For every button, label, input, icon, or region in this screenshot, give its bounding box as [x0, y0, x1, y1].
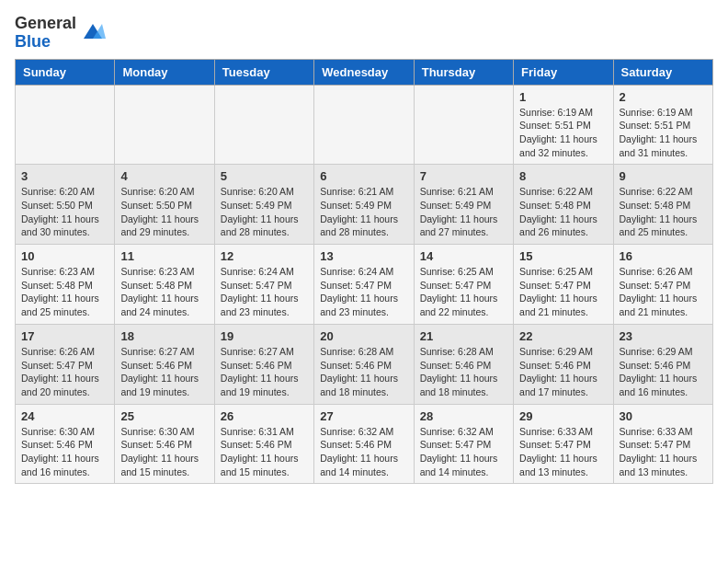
cell-info: Sunrise: 6:20 AM Sunset: 5:49 PM Dayligh… — [221, 185, 308, 239]
day-number: 1 — [519, 90, 607, 104]
calendar-table: SundayMondayTuesdayWednesdayThursdayFrid… — [15, 59, 713, 485]
table-cell: 26Sunrise: 6:31 AM Sunset: 5:46 PM Dayli… — [214, 404, 313, 484]
logo-text: General Blue — [15, 15, 76, 52]
cell-info: Sunrise: 6:29 AM Sunset: 5:46 PM Dayligh… — [519, 345, 607, 399]
header-wednesday: Wednesday — [314, 59, 414, 85]
cell-info: Sunrise: 6:24 AM Sunset: 5:47 PM Dayligh… — [320, 265, 407, 319]
header-saturday: Saturday — [613, 59, 712, 85]
day-number: 11 — [120, 249, 208, 263]
day-number: 13 — [320, 249, 407, 263]
cell-info: Sunrise: 6:24 AM Sunset: 5:47 PM Dayligh… — [221, 265, 308, 319]
day-number: 6 — [320, 169, 407, 183]
week-row-4: 17Sunrise: 6:26 AM Sunset: 5:47 PM Dayli… — [16, 324, 713, 404]
day-number: 14 — [420, 249, 507, 263]
header-monday: Monday — [115, 59, 214, 85]
table-cell: 28Sunrise: 6:32 AM Sunset: 5:47 PM Dayli… — [414, 404, 513, 484]
cell-info: Sunrise: 6:30 AM Sunset: 5:46 PM Dayligh… — [21, 425, 108, 479]
table-cell — [314, 85, 414, 165]
day-number: 5 — [221, 169, 308, 183]
page-header: General Blue — [15, 15, 713, 52]
day-number: 12 — [221, 249, 308, 263]
day-number: 23 — [620, 329, 707, 343]
cell-info: Sunrise: 6:32 AM Sunset: 5:47 PM Dayligh… — [420, 425, 507, 479]
week-row-5: 24Sunrise: 6:30 AM Sunset: 5:46 PM Dayli… — [16, 404, 713, 484]
cell-info: Sunrise: 6:28 AM Sunset: 5:46 PM Dayligh… — [420, 345, 507, 399]
day-number: 26 — [221, 409, 308, 423]
table-cell: 23Sunrise: 6:29 AM Sunset: 5:46 PM Dayli… — [613, 324, 712, 404]
cell-info: Sunrise: 6:19 AM Sunset: 5:51 PM Dayligh… — [519, 106, 607, 160]
table-cell: 11Sunrise: 6:23 AM Sunset: 5:48 PM Dayli… — [115, 245, 214, 325]
day-number: 17 — [21, 329, 108, 343]
table-cell: 5Sunrise: 6:20 AM Sunset: 5:49 PM Daylig… — [214, 165, 313, 245]
table-cell: 27Sunrise: 6:32 AM Sunset: 5:46 PM Dayli… — [314, 404, 414, 484]
day-number: 20 — [320, 329, 407, 343]
logo-icon — [80, 22, 106, 46]
table-cell: 4Sunrise: 6:20 AM Sunset: 5:50 PM Daylig… — [115, 165, 214, 245]
table-cell: 15Sunrise: 6:25 AM Sunset: 5:47 PM Dayli… — [514, 245, 613, 325]
day-number: 19 — [221, 329, 308, 343]
cell-info: Sunrise: 6:31 AM Sunset: 5:46 PM Dayligh… — [221, 425, 308, 479]
day-number: 3 — [21, 169, 108, 183]
cell-info: Sunrise: 6:23 AM Sunset: 5:48 PM Dayligh… — [21, 265, 108, 319]
cell-info: Sunrise: 6:20 AM Sunset: 5:50 PM Dayligh… — [21, 185, 108, 239]
table-cell: 24Sunrise: 6:30 AM Sunset: 5:46 PM Dayli… — [16, 404, 115, 484]
logo: General Blue — [15, 15, 106, 52]
day-number: 8 — [519, 169, 607, 183]
cell-info: Sunrise: 6:27 AM Sunset: 5:46 PM Dayligh… — [120, 345, 208, 399]
table-cell: 9Sunrise: 6:22 AM Sunset: 5:48 PM Daylig… — [613, 165, 712, 245]
cell-info: Sunrise: 6:23 AM Sunset: 5:48 PM Dayligh… — [120, 265, 208, 319]
table-cell: 6Sunrise: 6:21 AM Sunset: 5:49 PM Daylig… — [314, 165, 414, 245]
week-row-1: 1Sunrise: 6:19 AM Sunset: 5:51 PM Daylig… — [16, 85, 713, 165]
day-number: 15 — [519, 249, 607, 263]
cell-info: Sunrise: 6:19 AM Sunset: 5:51 PM Dayligh… — [620, 106, 707, 160]
table-cell: 1Sunrise: 6:19 AM Sunset: 5:51 PM Daylig… — [514, 85, 613, 165]
cell-info: Sunrise: 6:26 AM Sunset: 5:47 PM Dayligh… — [620, 265, 707, 319]
table-cell: 10Sunrise: 6:23 AM Sunset: 5:48 PM Dayli… — [16, 245, 115, 325]
day-number: 29 — [519, 409, 607, 423]
cell-info: Sunrise: 6:20 AM Sunset: 5:50 PM Dayligh… — [120, 185, 208, 239]
header-friday: Friday — [514, 59, 613, 85]
table-cell: 30Sunrise: 6:33 AM Sunset: 5:47 PM Dayli… — [613, 404, 712, 484]
header-tuesday: Tuesday — [214, 59, 313, 85]
table-cell: 22Sunrise: 6:29 AM Sunset: 5:46 PM Dayli… — [514, 324, 613, 404]
cell-info: Sunrise: 6:26 AM Sunset: 5:47 PM Dayligh… — [21, 345, 108, 399]
week-row-2: 3Sunrise: 6:20 AM Sunset: 5:50 PM Daylig… — [16, 165, 713, 245]
table-cell: 3Sunrise: 6:20 AM Sunset: 5:50 PM Daylig… — [16, 165, 115, 245]
week-row-3: 10Sunrise: 6:23 AM Sunset: 5:48 PM Dayli… — [16, 245, 713, 325]
cell-info: Sunrise: 6:22 AM Sunset: 5:48 PM Dayligh… — [620, 185, 707, 239]
day-number: 9 — [620, 169, 707, 183]
table-cell — [414, 85, 513, 165]
day-number: 2 — [620, 90, 707, 104]
cell-info: Sunrise: 6:22 AM Sunset: 5:48 PM Dayligh… — [519, 185, 607, 239]
table-cell: 25Sunrise: 6:30 AM Sunset: 5:46 PM Dayli… — [115, 404, 214, 484]
cell-info: Sunrise: 6:21 AM Sunset: 5:49 PM Dayligh… — [420, 185, 507, 239]
cell-info: Sunrise: 6:29 AM Sunset: 5:46 PM Dayligh… — [620, 345, 707, 399]
day-number: 16 — [620, 249, 707, 263]
table-cell — [115, 85, 214, 165]
table-cell: 29Sunrise: 6:33 AM Sunset: 5:47 PM Dayli… — [514, 404, 613, 484]
calendar-header-row: SundayMondayTuesdayWednesdayThursdayFrid… — [16, 59, 713, 85]
table-cell: 8Sunrise: 6:22 AM Sunset: 5:48 PM Daylig… — [514, 165, 613, 245]
day-number: 30 — [620, 409, 707, 423]
table-cell: 7Sunrise: 6:21 AM Sunset: 5:49 PM Daylig… — [414, 165, 513, 245]
cell-info: Sunrise: 6:27 AM Sunset: 5:46 PM Dayligh… — [221, 345, 308, 399]
cell-info: Sunrise: 6:33 AM Sunset: 5:47 PM Dayligh… — [519, 425, 607, 479]
day-number: 22 — [519, 329, 607, 343]
cell-info: Sunrise: 6:21 AM Sunset: 5:49 PM Dayligh… — [320, 185, 407, 239]
table-cell: 17Sunrise: 6:26 AM Sunset: 5:47 PM Dayli… — [16, 324, 115, 404]
day-number: 10 — [21, 249, 108, 263]
table-cell: 21Sunrise: 6:28 AM Sunset: 5:46 PM Dayli… — [414, 324, 513, 404]
table-cell: 20Sunrise: 6:28 AM Sunset: 5:46 PM Dayli… — [314, 324, 414, 404]
day-number: 18 — [120, 329, 208, 343]
day-number: 27 — [320, 409, 407, 423]
day-number: 7 — [420, 169, 507, 183]
table-cell — [214, 85, 313, 165]
table-cell: 16Sunrise: 6:26 AM Sunset: 5:47 PM Dayli… — [613, 245, 712, 325]
table-cell: 12Sunrise: 6:24 AM Sunset: 5:47 PM Dayli… — [214, 245, 313, 325]
cell-info: Sunrise: 6:32 AM Sunset: 5:46 PM Dayligh… — [320, 425, 407, 479]
cell-info: Sunrise: 6:25 AM Sunset: 5:47 PM Dayligh… — [420, 265, 507, 319]
table-cell: 18Sunrise: 6:27 AM Sunset: 5:46 PM Dayli… — [115, 324, 214, 404]
table-cell: 19Sunrise: 6:27 AM Sunset: 5:46 PM Dayli… — [214, 324, 313, 404]
header-thursday: Thursday — [414, 59, 513, 85]
day-number: 21 — [420, 329, 507, 343]
